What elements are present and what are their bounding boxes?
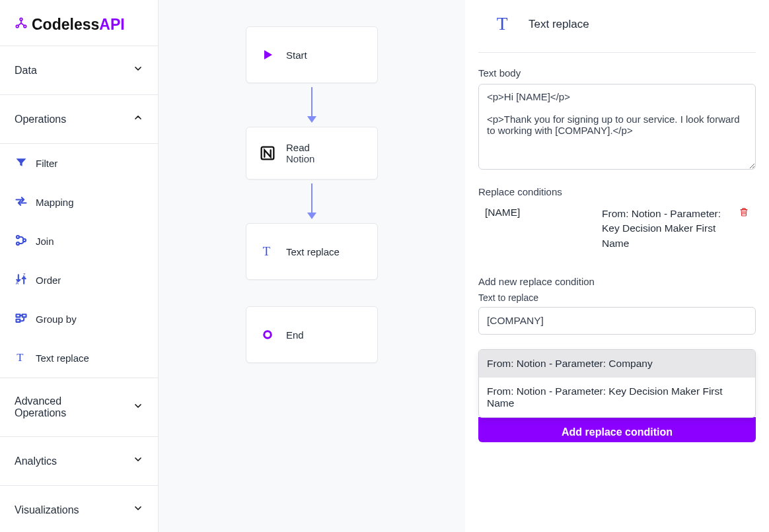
text-to-replace-input[interactable] — [478, 307, 756, 335]
section-analytics[interactable]: Analytics — [0, 437, 158, 486]
replace-conditions-label: Replace conditions — [478, 186, 756, 197]
sidebar-item-filter[interactable]: Filter — [0, 144, 158, 183]
app-root: CodelessAPI Data Operations Filter — [0, 0, 769, 532]
flow-arrow — [307, 87, 316, 123]
circle-icon — [258, 325, 277, 344]
chevron-down-icon — [133, 503, 143, 517]
add-replace-condition-button[interactable]: Add replace condition — [478, 417, 756, 442]
condition-key: [NAME] — [485, 207, 594, 251]
section-data-label: Data — [15, 65, 37, 77]
panel-title: Text replace — [529, 18, 589, 31]
chevron-up-icon — [133, 112, 143, 126]
add-new-condition-label: Add new replace condition — [478, 276, 756, 287]
dropdown-option[interactable]: From: Notion - Parameter: Company — [479, 350, 755, 378]
groupby-icon — [15, 312, 28, 327]
notion-icon — [258, 144, 277, 162]
join-icon — [15, 234, 28, 249]
text-replace-icon: T — [15, 350, 28, 366]
section-data[interactable]: Data — [0, 46, 158, 95]
flow-node-read-notion[interactable]: Read Notion — [246, 127, 378, 180]
operations-items: Filter Mapping Join AZ Order — [0, 144, 158, 378]
svg-text:A: A — [16, 281, 19, 285]
flow-node-text-replace[interactable]: T Text replace — [246, 223, 378, 280]
text-replace-icon: T — [258, 242, 277, 261]
svg-point-14 — [264, 331, 272, 339]
svg-point-2 — [24, 25, 26, 28]
brand-part2: API — [99, 16, 124, 33]
section-advanced-operations-label: Advanced Operations — [15, 395, 107, 419]
svg-text:Z: Z — [23, 273, 26, 277]
filter-icon — [15, 156, 28, 171]
dropdown-option[interactable]: From: Notion - Parameter: Key Decision M… — [479, 378, 755, 417]
flow-arrow — [307, 183, 316, 219]
text-replace-icon: T — [494, 13, 514, 35]
mapping-icon — [15, 195, 28, 210]
svg-text:T: T — [17, 351, 23, 364]
section-operations-label: Operations — [15, 114, 66, 125]
sidebar: CodelessAPI Data Operations Filter — [0, 0, 159, 532]
sidebar-item-label: Mapping — [36, 197, 74, 208]
sidebar-item-label: Filter — [36, 158, 57, 169]
sidebar-item-order[interactable]: AZ Order — [0, 261, 158, 300]
section-advanced-operations[interactable]: Advanced Operations — [0, 378, 158, 437]
replace-condition-row: [NAME] From: Notion - Parameter: Key Dec… — [478, 203, 756, 251]
chevron-down-icon — [133, 63, 143, 77]
text-body-input[interactable] — [478, 84, 756, 170]
sidebar-item-text-replace[interactable]: T Text replace — [0, 339, 158, 378]
delete-condition-button[interactable] — [739, 207, 752, 251]
svg-point-1 — [16, 25, 18, 28]
chevron-down-icon — [133, 401, 143, 415]
sidebar-item-groupby[interactable]: Group by — [0, 300, 158, 339]
sidebar-item-label: Order — [36, 275, 61, 286]
brand: CodelessAPI — [0, 0, 158, 46]
sidebar-item-label: Join — [36, 236, 54, 247]
brand-part1: Codeless — [32, 16, 99, 33]
sidebar-item-label: Text replace — [36, 352, 89, 364]
chevron-down-icon — [133, 454, 143, 468]
svg-text:T: T — [497, 13, 508, 33]
flow-node-start[interactable]: Start — [246, 26, 378, 83]
flow-column: Start Read Notion T Text replace — [246, 26, 378, 363]
text-body-label: Text body — [478, 67, 756, 79]
section-visualizations-label: Visualizations — [15, 504, 79, 516]
order-icon: AZ — [15, 273, 28, 288]
node-title: Read Notion — [286, 142, 314, 164]
panel-header: T Text replace — [478, 8, 756, 53]
parameter-dropdown: From: Notion - Parameter: Company From: … — [478, 349, 756, 418]
sidebar-item-join[interactable]: Join — [0, 222, 158, 261]
flow-canvas[interactable]: Start Read Notion T Text replace — [159, 0, 465, 532]
node-title: Text replace — [286, 246, 340, 257]
section-operations[interactable]: Operations — [0, 95, 158, 144]
section-visualizations[interactable]: Visualizations — [0, 486, 158, 532]
brand-icon — [15, 16, 28, 34]
sidebar-item-mapping[interactable]: Mapping — [0, 183, 158, 222]
text-to-replace-label: Text to replace — [478, 292, 756, 303]
svg-text:T: T — [263, 245, 270, 258]
node-title: End — [286, 329, 304, 341]
sidebar-item-label: Group by — [36, 314, 77, 325]
flow-node-end[interactable]: End — [246, 306, 378, 363]
details-panel: T Text replace Text body Replace conditi… — [465, 0, 769, 532]
section-analytics-label: Analytics — [15, 455, 57, 467]
node-title: Start — [286, 50, 307, 61]
svg-point-0 — [20, 18, 22, 20]
condition-value: From: Notion - Parameter: Key Decision M… — [602, 207, 731, 251]
play-icon — [258, 46, 277, 64]
